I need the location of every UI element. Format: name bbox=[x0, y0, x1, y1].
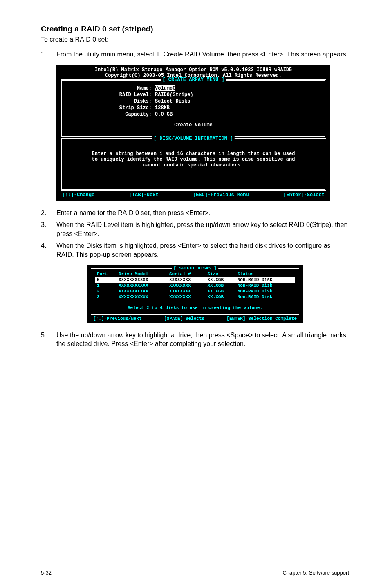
disk-volume-info-title: [ DISK/VOLUME INFORMATION ] bbox=[152, 136, 235, 141]
table-cell: XX.XGB bbox=[206, 288, 235, 294]
table-row[interactable]: 3XXXXXXXXXXXXXXXXXXXXX.XGBNon-RAID Disk bbox=[95, 294, 295, 300]
col-drive-model: Drive Model bbox=[117, 271, 168, 277]
table-cell: Non-RAID Disk bbox=[236, 283, 295, 288]
table-cell: Non-RAID Disk bbox=[236, 288, 295, 294]
step-number: 4. bbox=[41, 241, 56, 259]
create-array-menu-title: [ CREATE ARRAY MENU ] bbox=[161, 77, 226, 83]
hint-enter-complete: [ENTER]-Selection Complete bbox=[226, 316, 297, 321]
col-port: Port bbox=[95, 271, 117, 277]
hint-select: [Enter]-Select bbox=[283, 192, 325, 198]
field-capacity[interactable]: 0.0 GB bbox=[155, 112, 322, 117]
step-1: 1. From the utility main menu, select 1.… bbox=[41, 50, 349, 59]
select-disks-title: [ SELECT DISKS ] bbox=[172, 266, 218, 271]
select-disks-footer: [↑↓]-Previous/Next [SPACE]-Selects [ENTE… bbox=[91, 316, 299, 321]
create-array-menu-box: [ CREATE ARRAY MENU ] Name: Volume0 RAID… bbox=[61, 79, 326, 137]
bios-create-array-screen: Intel(R) Matrix Storage Manager Option R… bbox=[56, 65, 330, 201]
step-2: 2. Enter a name for the RAID 0 set, then… bbox=[41, 209, 349, 218]
table-cell: XX.XGB bbox=[206, 294, 235, 300]
info-line-3: cannot contain special characters. bbox=[65, 162, 322, 168]
table-cell: 1 bbox=[95, 283, 117, 288]
field-strip-size[interactable]: 128KB bbox=[155, 105, 322, 111]
table-cell: 0 bbox=[95, 277, 117, 283]
step-3: 3. When the RAID Level item is highlight… bbox=[41, 220, 349, 238]
table-cell: 2 bbox=[95, 288, 117, 294]
info-line-2: to uniquely identify the RAID volume. Th… bbox=[65, 157, 322, 162]
key-hints: [↑↓]-Change [TAB]-Next [ESC]-Previous Me… bbox=[61, 191, 326, 199]
table-cell: XX.XGB bbox=[206, 277, 235, 283]
field-name[interactable]: Volume0 bbox=[155, 85, 175, 91]
label-name: Name: bbox=[65, 85, 155, 91]
table-cell: XXXXXXXX bbox=[168, 277, 206, 283]
col-serial: Serial # bbox=[168, 271, 206, 277]
step-number: 2. bbox=[41, 209, 56, 218]
hint-previous: [ESC]-Previous Menu bbox=[193, 192, 249, 198]
section-heading: Creating a RAID 0 set (striped) bbox=[41, 25, 349, 34]
hint-space-selects: [SPACE]-Selects bbox=[164, 316, 204, 321]
table-row[interactable]: 1XXXXXXXXXXXXXXXXXXXXX.XGBNon-RAID Disk bbox=[95, 283, 295, 288]
disk-volume-info-box: [ DISK/VOLUME INFORMATION ] Enter a stri… bbox=[61, 138, 326, 191]
disks-table: Port Drive Model Serial # Size Status 0X… bbox=[95, 271, 295, 300]
hint-change: [↑↓]-Change bbox=[62, 192, 94, 198]
table-cell: XXXXXXXXXXX bbox=[117, 283, 168, 288]
table-cell: Non-RAID Disk bbox=[236, 294, 295, 300]
create-volume-action[interactable]: Create Volume bbox=[65, 122, 322, 128]
table-row[interactable]: 0XXXXXXXXXXXXXXXXXXXXX.XGBNon-RAID Disk bbox=[95, 277, 295, 283]
hint-next: [TAB]-Next bbox=[129, 192, 159, 198]
step-text: When the RAID Level item is highlighted,… bbox=[56, 220, 349, 238]
table-cell: XXXXXXXX bbox=[168, 294, 206, 300]
step-number: 1. bbox=[41, 50, 56, 59]
select-disks-hint: Select 2 to 4 disks to use in creating t… bbox=[95, 305, 295, 310]
label-raid-level: RAID Level: bbox=[65, 92, 155, 98]
step-number: 3. bbox=[41, 220, 56, 238]
table-cell: XX.XGB bbox=[206, 283, 235, 288]
table-cell: XXXXXXXXXXX bbox=[117, 294, 168, 300]
label-capacity: Capacity: bbox=[65, 112, 155, 117]
step-text: Use the up/down arrow key to highlight a… bbox=[56, 331, 349, 348]
bios-select-disks-screen: [ SELECT DISKS ] Port Drive Model Serial… bbox=[87, 265, 303, 323]
col-status: Status bbox=[236, 271, 295, 277]
step-number: 5. bbox=[41, 331, 56, 348]
intro-text: To create a RAID 0 set: bbox=[41, 36, 349, 43]
hint-previous-next: [↑↓]-Previous/Next bbox=[93, 316, 142, 321]
table-cell: XXXXXXXX bbox=[168, 283, 206, 288]
table-cell: XXXXXXXXXXX bbox=[117, 288, 168, 294]
table-cell: 3 bbox=[95, 294, 117, 300]
table-cell: XXXXXXXXXXX bbox=[117, 277, 168, 283]
select-disks-box: [ SELECT DISKS ] Port Drive Model Serial… bbox=[91, 268, 299, 315]
table-cell: Non-RAID Disk bbox=[236, 277, 295, 283]
step-text: Enter a name for the RAID 0 set, then pr… bbox=[56, 209, 211, 218]
bios-title-1: Intel(R) Matrix Storage Manager Option R… bbox=[61, 67, 326, 73]
info-line-1: Enter a string between 1 and 16 characte… bbox=[65, 151, 322, 157]
step-text: From the utility main menu, select 1. Cr… bbox=[56, 50, 348, 59]
step-4: 4. When the Disks item is highlighted, p… bbox=[41, 241, 349, 259]
label-strip-size: Strip Size: bbox=[65, 105, 155, 111]
field-disks[interactable]: Select Disks bbox=[155, 99, 322, 104]
step-5: 5. Use the up/down arrow key to highligh… bbox=[41, 331, 349, 348]
step-text: When the Disks item is highlighted, pres… bbox=[56, 241, 349, 259]
table-row[interactable]: 2XXXXXXXXXXXXXXXXXXXXX.XGBNon-RAID Disk bbox=[95, 288, 295, 294]
table-cell: XXXXXXXX bbox=[168, 288, 206, 294]
label-disks: Disks: bbox=[65, 99, 155, 104]
field-raid-level[interactable]: RAID0(Stripe) bbox=[155, 92, 322, 98]
col-size: Size bbox=[206, 271, 235, 277]
